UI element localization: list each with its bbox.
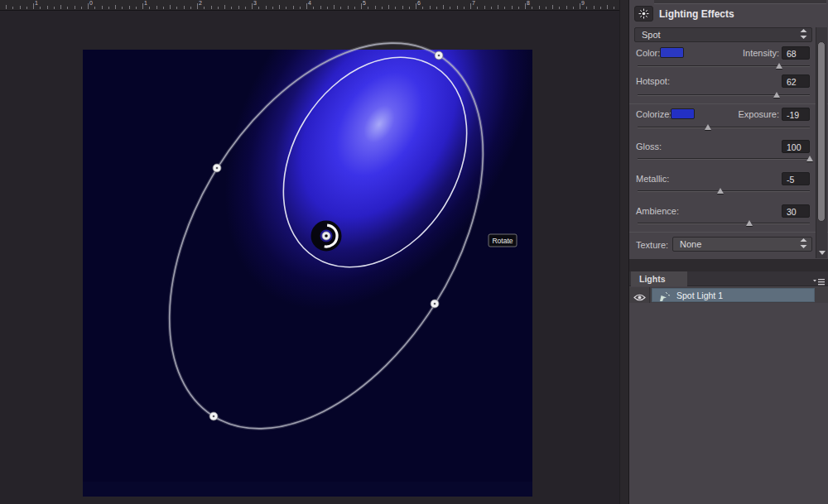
ruler-tick bbox=[491, 7, 492, 9]
light-type-dropdown[interactable]: Spot bbox=[634, 27, 812, 42]
ruler-tick bbox=[245, 7, 246, 9]
ruler-tick bbox=[607, 5, 608, 9]
color-swatch[interactable] bbox=[660, 47, 684, 58]
gloss-slider-thumb[interactable] bbox=[806, 156, 813, 161]
scrollbar-down-arrow-icon[interactable] bbox=[819, 251, 826, 255]
intensity-value[interactable]: 68 bbox=[782, 46, 810, 60]
gloss-slider[interactable] bbox=[638, 156, 810, 163]
hotspot-slider-thumb[interactable] bbox=[773, 92, 780, 98]
rotate-tooltip: Rotate bbox=[489, 234, 517, 247]
ruler-tick bbox=[573, 7, 574, 9]
ruler-number: 7 bbox=[472, 0, 475, 6]
ruler-tick bbox=[75, 6, 75, 9]
ruler-tick bbox=[258, 7, 259, 9]
ruler-tick bbox=[464, 7, 465, 9]
ruler-tick bbox=[81, 7, 82, 9]
metallic-slider-thumb[interactable] bbox=[717, 188, 724, 194]
ruler-tick bbox=[293, 6, 294, 9]
ruler-tick bbox=[430, 6, 431, 9]
ruler-tick bbox=[450, 7, 450, 9]
ruler-tick bbox=[252, 3, 253, 9]
ruler-tick bbox=[361, 3, 362, 9]
ruler-tick bbox=[368, 7, 368, 9]
handle-right[interactable] bbox=[431, 300, 439, 308]
handle-left[interactable] bbox=[213, 164, 221, 172]
colorize-swatch[interactable] bbox=[671, 108, 695, 119]
ruler-tick bbox=[375, 6, 376, 9]
ruler-number: 5 bbox=[363, 0, 366, 6]
tab-lights[interactable]: Lights bbox=[631, 271, 687, 286]
ambience-label: Ambience: bbox=[636, 206, 679, 216]
ruler-tick bbox=[218, 7, 219, 9]
ambience-value[interactable]: 30 bbox=[782, 204, 810, 218]
ruler-tick bbox=[340, 7, 341, 9]
light-item-label: Spot Light 1 bbox=[676, 290, 723, 300]
ruler-tick bbox=[334, 5, 335, 9]
texture-dropdown[interactable]: None bbox=[672, 237, 812, 252]
light-center-widget[interactable] bbox=[315, 225, 337, 247]
ruler-tick bbox=[320, 6, 321, 9]
ruler-tick bbox=[382, 7, 383, 9]
hotspot-slider[interactable] bbox=[638, 92, 810, 99]
ruler-number: 8 bbox=[527, 0, 530, 6]
light-item-selected[interactable]: Spot Light 1 bbox=[652, 288, 815, 302]
ruler-tick bbox=[552, 5, 553, 9]
intensity-slider-thumb[interactable] bbox=[776, 63, 782, 69]
exposure-value[interactable]: -19 bbox=[782, 108, 810, 121]
ruler-tick bbox=[580, 3, 580, 9]
ruler-tick bbox=[388, 5, 389, 9]
intensity-slider[interactable] bbox=[638, 63, 810, 70]
ruler-tick bbox=[211, 6, 212, 9]
ruler-tick bbox=[67, 7, 68, 9]
ruler-number: 0 bbox=[89, 0, 93, 6]
ruler-tick bbox=[532, 7, 532, 9]
handle-top[interactable] bbox=[435, 51, 443, 60]
ruler-tick bbox=[136, 7, 137, 9]
ruler-tick bbox=[416, 3, 416, 9]
ambience-slider[interactable] bbox=[638, 220, 810, 228]
panel-scrollbar[interactable] bbox=[816, 27, 827, 258]
ruler-tick bbox=[204, 7, 205, 9]
ruler-tick bbox=[6, 5, 7, 9]
visibility-eye-icon[interactable] bbox=[633, 290, 646, 300]
light-list-row[interactable]: Spot Light 1 bbox=[629, 287, 828, 303]
ruler-tick bbox=[47, 6, 48, 9]
metallic-slider[interactable] bbox=[638, 188, 810, 195]
separator bbox=[629, 103, 828, 104]
document-canvas[interactable]: Rotate bbox=[0, 0, 629, 504]
ruler-tick bbox=[409, 7, 410, 9]
hotspot-value[interactable]: 62 bbox=[782, 74, 810, 88]
dropdown-spinner-icon bbox=[800, 29, 807, 41]
ruler-tick bbox=[197, 3, 198, 9]
ruler-number: 3 bbox=[253, 0, 257, 6]
ruler-tick bbox=[266, 6, 267, 9]
ruler-tick bbox=[33, 3, 34, 9]
gloss-label: Gloss: bbox=[636, 142, 662, 151]
ruler-tick bbox=[108, 7, 109, 9]
ruler-tick bbox=[26, 7, 27, 9]
ruler-tick bbox=[300, 7, 301, 9]
ruler-tick bbox=[614, 7, 614, 9]
ruler-tick bbox=[129, 6, 130, 9]
ruler-number: 1 bbox=[144, 0, 147, 6]
rotate-tooltip-label: Rotate bbox=[492, 237, 513, 245]
scrollbar-thumb[interactable] bbox=[817, 41, 826, 222]
exposure-slider[interactable] bbox=[638, 124, 810, 132]
ruler-tick bbox=[170, 5, 171, 9]
ruler-tick bbox=[231, 7, 232, 9]
ruler-tick bbox=[20, 6, 21, 9]
colorize-label: Colorize: bbox=[636, 109, 672, 119]
ruler-tick bbox=[149, 7, 150, 9]
panel-dock-divider[interactable] bbox=[619, 0, 629, 504]
ambience-slider-thumb[interactable] bbox=[746, 220, 753, 226]
ruler-tick bbox=[190, 7, 191, 9]
handle-bottom[interactable] bbox=[209, 412, 218, 420]
metallic-value[interactable]: -5 bbox=[782, 172, 810, 185]
horizontal-ruler[interactable]: 10123456789 bbox=[0, 0, 619, 11]
gloss-value[interactable]: 100 bbox=[782, 140, 810, 153]
ruler-tick bbox=[313, 7, 314, 9]
ruler-tick bbox=[54, 7, 55, 9]
light-type-value: Spot bbox=[642, 30, 661, 40]
panel-tab-strip bbox=[654, 0, 826, 4]
exposure-slider-thumb[interactable] bbox=[705, 124, 711, 130]
